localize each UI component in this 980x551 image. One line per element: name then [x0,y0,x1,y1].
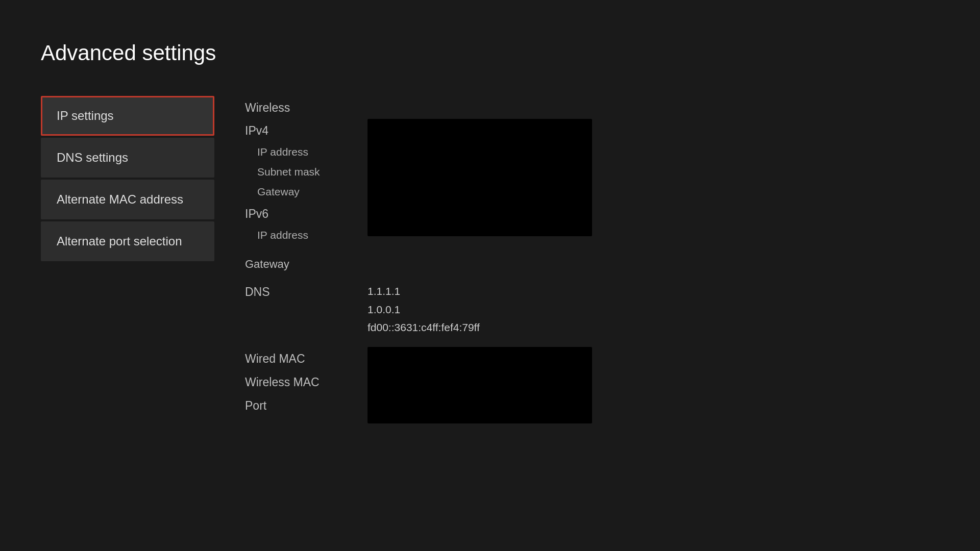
ipv4-gateway-label: Gateway [245,182,357,202]
dns-section: DNS 1.1.1.1 1.0.0.1 fd00::3631:c4ff:fef4… [245,280,939,339]
dns-label: DNS [245,285,270,298]
ipv6-header: IPv6 [245,202,357,226]
page-title: Advanced settings [41,41,939,65]
sidebar: IP settings DNS settings Alternate MAC a… [41,96,214,423]
mac-black-box [368,347,592,423]
sidebar-item-dns-settings[interactable]: DNS settings [41,138,214,178]
dns-value-3: fd00::3631:c4ff:fef4:79ff [368,318,480,337]
ipv4-ipv6-labels: IPv4 IP address Subnet mask Gateway IPv6… [245,119,357,275]
sidebar-item-alternate-mac[interactable]: Alternate MAC address [41,180,214,219]
content-area: IP settings DNS settings Alternate MAC a… [41,96,939,423]
dns-value-2: 1.0.0.1 [368,300,480,319]
ipv-black-box-container [368,119,939,236]
ipv4-header: IPv4 [245,119,357,142]
wireless-label: Wireless [245,101,939,115]
mac-black-box-container [368,347,939,423]
ipv-black-box [368,119,592,236]
wired-mac-label: Wired MAC [245,347,357,370]
ipv6-ip-address-label: IP address [245,226,357,245]
dns-label-col: DNS [245,280,357,304]
page-container: Advanced settings IP settings DNS settin… [0,0,980,454]
ipv4-ipv6-section: IPv4 IP address Subnet mask Gateway IPv6… [245,119,939,275]
port-label: Port [245,394,357,417]
mac-labels-col: Wired MAC Wireless MAC Port [245,347,357,417]
sidebar-item-alternate-port[interactable]: Alternate port selection [41,221,214,261]
dns-value-1: 1.1.1.1 [368,282,480,300]
mac-port-section: Wired MAC Wireless MAC Port [245,347,939,423]
ipv4-subnet-mask-label: Subnet mask [245,162,357,182]
dns-values: 1.1.1.1 1.0.0.1 fd00::3631:c4ff:fef4:79f… [368,280,480,339]
main-content: Wireless IPv4 IP address Subnet mask Gat… [245,96,939,423]
ipv4-ip-address-label: IP address [245,142,357,162]
ipv6-gateway-label: Gateway [245,254,357,275]
wireless-mac-label: Wireless MAC [245,370,357,394]
sidebar-item-ip-settings[interactable]: IP settings [41,96,214,136]
wireless-section: Wireless [245,101,939,115]
